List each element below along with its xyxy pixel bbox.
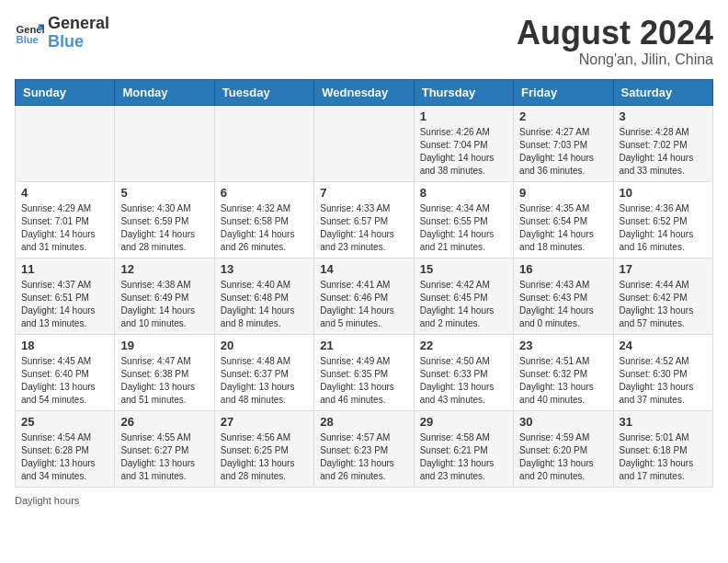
day-info: Sunrise: 4:33 AM Sunset: 6:57 PM Dayligh…: [320, 202, 407, 254]
header-day: Saturday: [613, 79, 712, 105]
day-number: 30: [519, 415, 607, 429]
calendar-cell: [16, 105, 115, 181]
calendar-cell: [314, 105, 414, 181]
day-info: Sunrise: 4:59 AM Sunset: 6:20 PM Dayligh…: [519, 431, 607, 483]
day-info: Sunrise: 4:43 AM Sunset: 6:43 PM Dayligh…: [519, 279, 607, 330]
day-info: Sunrise: 4:45 AM Sunset: 6:40 PM Dayligh…: [21, 355, 108, 407]
day-number: 7: [320, 186, 407, 200]
day-info: Sunrise: 4:30 AM Sunset: 6:59 PM Dayligh…: [120, 202, 208, 254]
day-number: 21: [320, 339, 407, 352]
day-number: 8: [420, 186, 507, 200]
calendar-cell: 14Sunrise: 4:41 AM Sunset: 6:46 PM Dayli…: [314, 258, 414, 334]
day-number: 22: [420, 339, 507, 352]
day-info: Sunrise: 4:28 AM Sunset: 7:02 PM Dayligh…: [620, 126, 707, 178]
title-block: August 2024 Nong'an, Jilin, China: [517, 15, 713, 68]
day-info: Sunrise: 4:32 AM Sunset: 6:58 PM Dayligh…: [221, 202, 308, 254]
day-info: Sunrise: 4:36 AM Sunset: 6:52 PM Dayligh…: [620, 202, 707, 254]
calendar-cell: 7Sunrise: 4:33 AM Sunset: 6:57 PM Daylig…: [314, 181, 414, 258]
calendar-cell: 3Sunrise: 4:28 AM Sunset: 7:02 PM Daylig…: [613, 105, 712, 181]
day-info: Sunrise: 4:40 AM Sunset: 6:48 PM Dayligh…: [221, 279, 308, 330]
logo-text: General Blue: [48, 15, 109, 52]
day-info: Sunrise: 4:56 AM Sunset: 6:25 PM Dayligh…: [221, 431, 308, 483]
calendar-body: 1Sunrise: 4:26 AM Sunset: 7:04 PM Daylig…: [16, 105, 713, 487]
day-info: Sunrise: 4:34 AM Sunset: 6:55 PM Dayligh…: [420, 202, 507, 254]
calendar-cell: 17Sunrise: 4:44 AM Sunset: 6:42 PM Dayli…: [613, 258, 712, 334]
header-day: Tuesday: [214, 79, 313, 105]
day-info: Sunrise: 4:48 AM Sunset: 6:37 PM Dayligh…: [221, 355, 308, 407]
header-row: SundayMondayTuesdayWednesdayThursdayFrid…: [16, 79, 713, 105]
day-info: Sunrise: 4:54 AM Sunset: 6:28 PM Dayligh…: [21, 431, 108, 483]
day-number: 1: [420, 109, 507, 123]
day-number: 25: [21, 415, 108, 429]
footer: Daylight hours: [15, 495, 713, 506]
day-number: 6: [221, 186, 308, 200]
calendar-cell: 13Sunrise: 4:40 AM Sunset: 6:48 PM Dayli…: [214, 258, 313, 334]
day-number: 28: [320, 415, 407, 429]
calendar-cell: 22Sunrise: 4:50 AM Sunset: 6:33 PM Dayli…: [414, 334, 513, 410]
calendar-cell: 21Sunrise: 4:49 AM Sunset: 6:35 PM Dayli…: [314, 334, 414, 410]
day-info: Sunrise: 4:42 AM Sunset: 6:45 PM Dayligh…: [420, 279, 507, 330]
calendar-week: 25Sunrise: 4:54 AM Sunset: 6:28 PM Dayli…: [16, 410, 713, 487]
header-day: Monday: [115, 79, 214, 105]
day-info: Sunrise: 4:44 AM Sunset: 6:42 PM Dayligh…: [620, 279, 707, 330]
day-number: 3: [620, 109, 707, 123]
calendar-cell: 11Sunrise: 4:37 AM Sunset: 6:51 PM Dayli…: [16, 258, 115, 334]
page-header: General Blue General Blue August 2024 No…: [15, 15, 713, 68]
header-day: Wednesday: [314, 79, 414, 105]
day-number: 20: [221, 339, 308, 352]
day-info: Sunrise: 4:55 AM Sunset: 6:27 PM Dayligh…: [120, 431, 208, 483]
day-info: Sunrise: 4:58 AM Sunset: 6:21 PM Dayligh…: [420, 431, 507, 483]
day-number: 16: [519, 262, 607, 276]
calendar-cell: 19Sunrise: 4:47 AM Sunset: 6:38 PM Dayli…: [115, 334, 214, 410]
svg-text:Blue: Blue: [17, 34, 39, 45]
calendar-cell: 8Sunrise: 4:34 AM Sunset: 6:55 PM Daylig…: [414, 181, 513, 258]
header-day: Thursday: [414, 79, 513, 105]
day-number: 17: [620, 262, 707, 276]
day-number: 9: [519, 186, 607, 200]
day-info: Sunrise: 4:37 AM Sunset: 6:51 PM Dayligh…: [21, 279, 108, 330]
calendar-cell: 27Sunrise: 4:56 AM Sunset: 6:25 PM Dayli…: [214, 410, 313, 487]
calendar-cell: [214, 105, 313, 181]
day-info: Sunrise: 4:50 AM Sunset: 6:33 PM Dayligh…: [420, 355, 507, 407]
calendar-cell: 10Sunrise: 4:36 AM Sunset: 6:52 PM Dayli…: [613, 181, 712, 258]
day-number: 5: [120, 186, 208, 200]
day-number: 24: [620, 339, 707, 352]
logo: General Blue General Blue: [15, 15, 109, 52]
day-info: Sunrise: 4:26 AM Sunset: 7:04 PM Dayligh…: [420, 126, 507, 178]
day-number: 10: [620, 186, 707, 200]
calendar-cell: 9Sunrise: 4:35 AM Sunset: 6:54 PM Daylig…: [514, 181, 613, 258]
day-number: 29: [420, 415, 507, 429]
day-info: Sunrise: 4:29 AM Sunset: 7:01 PM Dayligh…: [21, 202, 108, 254]
calendar-cell: 5Sunrise: 4:30 AM Sunset: 6:59 PM Daylig…: [115, 181, 214, 258]
day-number: 4: [21, 186, 108, 200]
calendar-cell: 23Sunrise: 4:51 AM Sunset: 6:32 PM Dayli…: [514, 334, 613, 410]
calendar-week: 4Sunrise: 4:29 AM Sunset: 7:01 PM Daylig…: [16, 181, 713, 258]
day-info: Sunrise: 5:01 AM Sunset: 6:18 PM Dayligh…: [620, 431, 707, 483]
day-info: Sunrise: 4:51 AM Sunset: 6:32 PM Dayligh…: [519, 355, 607, 407]
day-info: Sunrise: 4:38 AM Sunset: 6:49 PM Dayligh…: [120, 279, 208, 330]
day-info: Sunrise: 4:41 AM Sunset: 6:46 PM Dayligh…: [320, 279, 407, 330]
calendar-cell: 4Sunrise: 4:29 AM Sunset: 7:01 PM Daylig…: [16, 181, 115, 258]
day-info: Sunrise: 4:35 AM Sunset: 6:54 PM Dayligh…: [519, 202, 607, 254]
calendar-header: SundayMondayTuesdayWednesdayThursdayFrid…: [16, 79, 713, 105]
day-number: 23: [519, 339, 607, 352]
calendar-week: 11Sunrise: 4:37 AM Sunset: 6:51 PM Dayli…: [16, 258, 713, 334]
calendar-cell: 28Sunrise: 4:57 AM Sunset: 6:23 PM Dayli…: [314, 410, 414, 487]
day-number: 11: [21, 262, 108, 276]
calendar-cell: 12Sunrise: 4:38 AM Sunset: 6:49 PM Dayli…: [115, 258, 214, 334]
day-number: 27: [221, 415, 308, 429]
calendar-title: August 2024: [517, 15, 713, 52]
header-day: Friday: [514, 79, 613, 105]
day-info: Sunrise: 4:57 AM Sunset: 6:23 PM Dayligh…: [320, 431, 407, 483]
day-info: Sunrise: 4:49 AM Sunset: 6:35 PM Dayligh…: [320, 355, 407, 407]
calendar-cell: 1Sunrise: 4:26 AM Sunset: 7:04 PM Daylig…: [414, 105, 513, 181]
day-number: 19: [120, 339, 208, 352]
day-info: Sunrise: 4:47 AM Sunset: 6:38 PM Dayligh…: [120, 355, 208, 407]
day-number: 15: [420, 262, 507, 276]
day-number: 18: [21, 339, 108, 352]
footer-text: Daylight hours: [15, 495, 79, 506]
calendar-cell: 24Sunrise: 4:52 AM Sunset: 6:30 PM Dayli…: [613, 334, 712, 410]
calendar-cell: 6Sunrise: 4:32 AM Sunset: 6:58 PM Daylig…: [214, 181, 313, 258]
calendar-week: 18Sunrise: 4:45 AM Sunset: 6:40 PM Dayli…: [16, 334, 713, 410]
calendar-week: 1Sunrise: 4:26 AM Sunset: 7:04 PM Daylig…: [16, 105, 713, 181]
